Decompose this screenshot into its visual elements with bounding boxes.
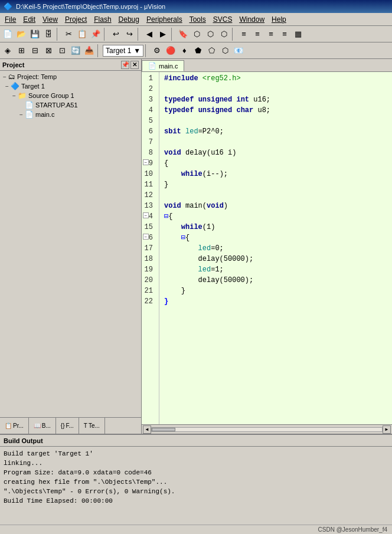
tb2-12[interactable]: ⬠ (205, 44, 218, 57)
tab-project-label: Pr... (13, 422, 24, 429)
tb2-9[interactable]: 🔴 (164, 44, 177, 57)
editor-hscroll[interactable]: ◀ ▶ (142, 424, 392, 434)
panel-tabs: 📋 Pr... 📖 B... {} F... T Te... (0, 417, 141, 434)
line-number-16: 16− (144, 232, 155, 243)
menu-edit[interactable]: Edit (19, 14, 39, 25)
tb6[interactable]: ⬡ (204, 28, 217, 41)
toggle-project-root[interactable]: − (1, 74, 8, 80)
undo-button[interactable]: ↩ (109, 28, 122, 41)
toggle-mainc[interactable]: − (18, 112, 25, 118)
tab-project[interactable]: 📋 Pr... (0, 418, 29, 434)
toolbar-sep1 (57, 28, 60, 41)
startup-icon: 📄 (25, 101, 34, 109)
tb10[interactable]: ▦ (292, 28, 305, 41)
tb2-10[interactable]: ♦ (178, 44, 191, 57)
toggle-source-group1[interactable]: − (11, 93, 18, 99)
build-line-3: Program Size: data=9.0 xdata=0 code=46 (4, 468, 388, 477)
menu-file[interactable]: File (1, 14, 19, 25)
line-number-21: 21 (144, 286, 155, 296)
project-root-label: Project: Temp (17, 73, 57, 80)
tb2-7[interactable]: 📥 (83, 44, 96, 57)
menu-bar: File Edit View Project Flash Debug Perip… (0, 13, 392, 26)
line-number-4: 4 (144, 105, 155, 116)
source-group1-label: Source Group 1 (28, 92, 74, 99)
unindent-button[interactable]: ≡ (251, 28, 264, 41)
bookmark-button[interactable]: 🔖 (177, 28, 190, 41)
scroll-track[interactable] (151, 427, 383, 432)
tab-books-label: B... (42, 422, 51, 429)
pin-icon[interactable]: 📌 (121, 61, 129, 69)
line-number-15: 15 (144, 222, 155, 232)
line-number-7: 7 (144, 137, 155, 148)
editor-area: 📄 main.c 123456789−1011121314−1516−17181… (142, 59, 392, 434)
tb2-1[interactable]: ◈ (1, 44, 14, 57)
editor-tab-label: main.c (159, 63, 178, 70)
open-button[interactable]: 📂 (15, 28, 28, 41)
toggle-startup (18, 102, 25, 109)
target-dropdown-icon[interactable]: ▼ (133, 47, 141, 55)
tb9[interactable]: ≡ (278, 28, 291, 41)
tab-functions[interactable]: {} F... (56, 418, 79, 434)
toggle-target1[interactable]: − (4, 83, 11, 90)
tb8[interactable]: ≡ (264, 28, 277, 41)
paste-button[interactable]: 📌 (89, 28, 102, 41)
cut-button[interactable]: ✂ (62, 28, 75, 41)
line-numbers: 123456789−1011121314−1516−171819202122 (142, 72, 159, 424)
menu-debug[interactable]: Debug (115, 14, 143, 25)
scroll-right-button[interactable]: ▶ (383, 425, 391, 434)
menu-tools[interactable]: Tools (186, 14, 210, 25)
tb2-3[interactable]: ⊟ (28, 44, 41, 57)
toolbar2: ◈ ⊞ ⊟ ⊠ ⊡ 🔄 📥 Target 1 ▼ ⚙ 🔴 ♦ ⬟ ⬠ ⬡ 📧 (0, 42, 392, 59)
copy-button[interactable]: 📋 (76, 28, 89, 41)
tb2-6[interactable]: 🔄 (69, 44, 82, 57)
scroll-thumb[interactable] (152, 428, 175, 431)
build-output-header: Build Output (0, 435, 392, 447)
tb2-5[interactable]: ⊡ (55, 44, 68, 57)
target-selector[interactable]: Target 1 ▼ (103, 45, 143, 57)
nav-forward-button[interactable]: ▶ (156, 28, 169, 41)
code-area[interactable]: 123456789−1011121314−1516−171819202122 #… (142, 72, 392, 424)
tree-item-source-group1[interactable]: − 📁 Source Group 1 (11, 91, 140, 100)
code-content[interactable]: #include <reg52.h> typedef unsigned int … (159, 72, 392, 424)
save-all-button[interactable]: 🗄 (42, 28, 55, 41)
tab-books[interactable]: 📖 B... (29, 418, 56, 434)
tab-templates[interactable]: T Te... (79, 418, 105, 434)
line-number-17: 17 (144, 243, 155, 254)
line-number-5: 5 (144, 116, 155, 126)
tb2-4[interactable]: ⊠ (42, 44, 55, 57)
toolbar1: 📄 📂 💾 🗄 ✂ 📋 📌 ↩ ↪ ◀ ▶ 🔖 ⬡ ⬡ ⬡ ≡ ≡ ≡ ≡ ▦ (0, 26, 392, 42)
scroll-left-button[interactable]: ◀ (143, 425, 151, 434)
tb2-8[interactable]: ⚙ (151, 44, 164, 57)
tb2-2[interactable]: ⊞ (15, 44, 28, 57)
watermark: CSDN @JesonHumber_f4 (0, 525, 392, 534)
new-file-button[interactable]: 📄 (1, 28, 14, 41)
toolbar-sep4 (171, 28, 175, 41)
menu-help[interactable]: Help (268, 14, 290, 25)
tree-item-target1[interactable]: − 🔷 Target 1 (4, 81, 140, 91)
tb2-11[interactable]: ⬟ (191, 44, 204, 57)
line-number-2: 2 (144, 84, 155, 94)
nav-back-button[interactable]: ◀ (143, 28, 156, 41)
menu-peripherals[interactable]: Peripherals (143, 14, 186, 25)
close-panel-icon[interactable]: ✕ (130, 61, 139, 69)
indent-button[interactable]: ≡ (237, 28, 250, 41)
tb2-13[interactable]: ⬡ (218, 44, 231, 57)
menu-flash[interactable]: Flash (90, 14, 115, 25)
target-label: Target 1 (106, 47, 131, 55)
tb2-14[interactable]: 📧 (232, 44, 245, 57)
target1-label: Target 1 (21, 83, 45, 90)
save-button[interactable]: 💾 (28, 28, 41, 41)
line-number-22: 22 (144, 296, 155, 307)
tree-item-project-root[interactable]: − 🗂 Project: Temp (1, 72, 140, 81)
tree-item-startup[interactable]: 📄 STARTUP.A51 (18, 100, 140, 110)
editor-tab-mainc[interactable]: 📄 main.c (142, 60, 184, 71)
tb7[interactable]: ⬡ (217, 28, 230, 41)
tb5[interactable]: ⬡ (190, 28, 203, 41)
redo-button[interactable]: ↪ (123, 28, 136, 41)
menu-svcs[interactable]: SVCS (210, 14, 236, 25)
menu-view[interactable]: View (39, 14, 61, 25)
menu-project[interactable]: Project (61, 14, 90, 25)
tree-item-mainc[interactable]: − 📄 main.c (18, 110, 140, 119)
toolbar-sep3 (138, 28, 141, 41)
menu-window[interactable]: Window (236, 14, 268, 25)
